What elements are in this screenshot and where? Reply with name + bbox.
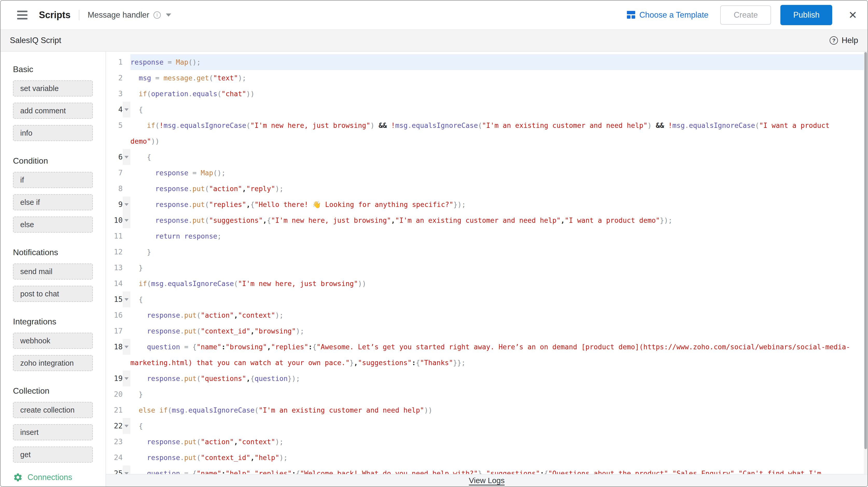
fold-gutter[interactable] bbox=[123, 212, 130, 228]
fold-arrow-icon[interactable] bbox=[124, 425, 129, 427]
gutter-spacer bbox=[123, 450, 130, 465]
line-number: 11 bbox=[106, 228, 123, 244]
code-text[interactable]: { bbox=[130, 149, 864, 165]
code-text[interactable]: { bbox=[130, 292, 864, 307]
line-number: 24 bbox=[106, 450, 123, 465]
palette-item-webhook[interactable]: webhook bbox=[13, 333, 93, 349]
palette-item-insert[interactable]: insert bbox=[13, 424, 93, 440]
code-line-3: 3 if(operation.equals("chat")) bbox=[106, 86, 864, 102]
code-text[interactable]: if(!msg.equalsIgnoreCase("I'm new here, … bbox=[130, 118, 864, 149]
line-number: 1 bbox=[106, 54, 123, 70]
code-text[interactable]: question = {"name":"help","replies":{"We… bbox=[130, 465, 864, 474]
code-text[interactable]: return response; bbox=[130, 228, 864, 244]
line-number: 8 bbox=[106, 181, 123, 196]
palette-item-send-mail[interactable]: send mail bbox=[13, 264, 93, 279]
code-text[interactable]: } bbox=[130, 260, 864, 276]
code-text[interactable]: response = Map(); bbox=[130, 54, 864, 70]
code-text[interactable]: response.put("context_id","help"); bbox=[130, 450, 864, 465]
code-text[interactable]: if(operation.equals("chat")) bbox=[130, 86, 864, 102]
code-text[interactable]: { bbox=[130, 418, 864, 434]
fold-arrow-icon[interactable] bbox=[124, 156, 129, 158]
palette-item-if[interactable]: if bbox=[13, 172, 93, 188]
scrollbar-thumb[interactable] bbox=[864, 52, 867, 449]
choose-template-button[interactable]: Choose a Template bbox=[627, 10, 709, 20]
palette-item-add-comment[interactable]: add comment bbox=[13, 103, 93, 119]
app-window: Scripts Message handler i Choose a Templ… bbox=[0, 0, 868, 487]
line-number: 19 bbox=[106, 371, 123, 386]
block-palette-sidebar: Basicset variableadd commentinfoConditio… bbox=[1, 52, 106, 486]
top-toolbar: Scripts Message handler i Choose a Templ… bbox=[1, 1, 867, 30]
palette-item-else-if[interactable]: else if bbox=[13, 194, 93, 210]
code-text[interactable]: msg = message.get("text"); bbox=[130, 70, 864, 86]
fold-gutter[interactable] bbox=[123, 418, 130, 434]
palette-item-info[interactable]: info bbox=[13, 125, 93, 141]
line-number: 3 bbox=[106, 86, 123, 102]
code-text[interactable]: { bbox=[130, 102, 864, 118]
palette-item-else[interactable]: else bbox=[13, 216, 93, 233]
gutter-spacer bbox=[123, 118, 130, 133]
fold-arrow-icon[interactable] bbox=[124, 346, 129, 348]
code-line-25: 25 question = {"name":"help","replies":{… bbox=[106, 465, 864, 474]
fold-gutter[interactable] bbox=[123, 339, 130, 355]
line-number: 10 bbox=[106, 212, 123, 228]
info-icon[interactable]: i bbox=[153, 11, 161, 19]
fold-gutter[interactable] bbox=[123, 196, 130, 212]
fold-arrow-icon[interactable] bbox=[124, 472, 129, 474]
line-number: 13 bbox=[106, 260, 123, 276]
editor-header: SalesIQ Script ? Help bbox=[1, 30, 867, 52]
code-text[interactable]: response.put("context_id","browsing"); bbox=[130, 323, 864, 339]
vertical-scrollbar[interactable] bbox=[864, 52, 867, 474]
connections-button[interactable]: Connections bbox=[13, 473, 72, 482]
code-text[interactable]: response.put("action","reply"); bbox=[130, 181, 864, 196]
fold-arrow-icon[interactable] bbox=[124, 377, 129, 380]
fold-gutter[interactable] bbox=[123, 102, 130, 118]
choose-template-label: Choose a Template bbox=[639, 10, 709, 20]
section-title-condition: Condition bbox=[13, 156, 93, 166]
code-text[interactable]: response.put("action","context"); bbox=[130, 307, 864, 323]
code-line-1: 1response = Map(); bbox=[106, 54, 864, 70]
code-line-20: 20 } bbox=[106, 386, 864, 402]
code-line-19: 19 response.put("questions",{question}); bbox=[106, 371, 864, 386]
chevron-down-icon[interactable] bbox=[166, 13, 171, 17]
hamburger-menu-icon[interactable] bbox=[17, 11, 28, 20]
fold-gutter[interactable] bbox=[123, 465, 130, 474]
palette-item-set-variable[interactable]: set variable bbox=[13, 81, 93, 96]
code-line-21: 21 else if(msg.equalsIgnoreCase("I'm an … bbox=[106, 402, 864, 418]
create-button[interactable]: Create bbox=[720, 5, 771, 25]
script-name-dropdown[interactable]: Message handler i bbox=[88, 10, 171, 20]
code-editor[interactable]: 1response = Map();2 msg = message.get("t… bbox=[106, 52, 867, 486]
code-text[interactable]: if(msg.equalsIgnoreCase("I'm new here, j… bbox=[130, 276, 864, 292]
fold-arrow-icon[interactable] bbox=[124, 109, 129, 111]
fold-gutter[interactable] bbox=[123, 292, 130, 307]
close-icon[interactable]: ✕ bbox=[848, 10, 857, 20]
palette-item-get[interactable]: get bbox=[13, 447, 93, 463]
help-button[interactable]: ? Help bbox=[830, 36, 858, 45]
code-text[interactable]: response.put("replies",{"Hello there! 👋 … bbox=[130, 196, 864, 212]
publish-button[interactable]: Publish bbox=[780, 5, 832, 25]
code-text[interactable]: } bbox=[130, 244, 864, 260]
code-text[interactable]: response.put("action","context"); bbox=[130, 434, 864, 450]
palette-item-post-to-chat[interactable]: post to chat bbox=[13, 286, 93, 302]
code-line-13: 13 } bbox=[106, 260, 864, 276]
code-area[interactable]: 1response = Map();2 msg = message.get("t… bbox=[106, 52, 864, 474]
fold-arrow-icon[interactable] bbox=[124, 298, 129, 301]
code-text[interactable]: } bbox=[130, 386, 864, 402]
code-text[interactable]: response.put("questions",{question}); bbox=[130, 371, 864, 386]
code-text[interactable]: response = Map(); bbox=[130, 165, 864, 181]
fold-arrow-icon[interactable] bbox=[124, 219, 129, 222]
line-number: 15 bbox=[106, 292, 123, 307]
palette-item-zoho-integration[interactable]: zoho integration bbox=[13, 355, 93, 371]
view-logs-link[interactable]: View Logs bbox=[469, 476, 505, 485]
fold-arrow-icon[interactable] bbox=[124, 203, 129, 206]
fold-gutter[interactable] bbox=[123, 371, 130, 386]
line-number: 17 bbox=[106, 323, 123, 339]
code-line-8: 8 response.put("action","reply"); bbox=[106, 181, 864, 196]
line-number: 14 bbox=[106, 276, 123, 292]
palette-item-create-collection[interactable]: create collection bbox=[13, 402, 93, 418]
code-text[interactable]: response.put("suggestions",{"I'm new her… bbox=[130, 212, 864, 228]
gutter-spacer bbox=[123, 165, 130, 181]
line-number: 18 bbox=[106, 339, 123, 355]
code-text[interactable]: question = {"name":"browsing","replies":… bbox=[130, 339, 864, 371]
fold-gutter[interactable] bbox=[123, 149, 130, 165]
code-text[interactable]: else if(msg.equalsIgnoreCase("I'm an exi… bbox=[130, 402, 864, 418]
